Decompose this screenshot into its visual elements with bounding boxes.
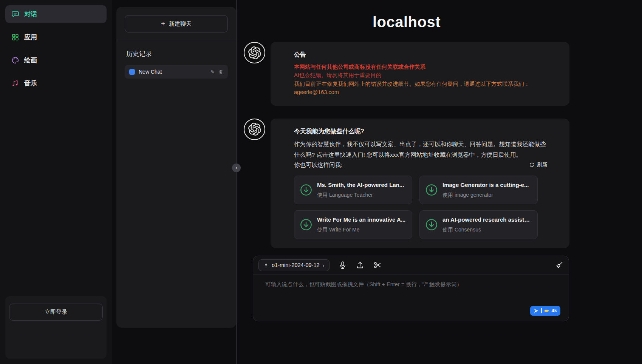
sidebar-item-music[interactable]: 音乐 xyxy=(5,74,107,92)
composer-toolbar: o1-mini-2024-09-12 › xyxy=(253,256,569,275)
announcement-bubble: 公告 本网站与任何其他公司或商标没有任何关联或合作关系 AI也会犯错。请勿将其用… xyxy=(271,42,569,106)
chat-bubble-icon xyxy=(11,10,19,18)
new-chat-label: 新建聊天 xyxy=(169,20,192,28)
message-input[interactable] xyxy=(253,275,569,321)
history-panel: + 新建聊天 历史记录 New Chat ✎ xyxy=(116,7,236,328)
model-name: o1-mini-2024-09-12 xyxy=(272,262,320,268)
badge-separator xyxy=(541,308,542,313)
palette-icon xyxy=(11,56,19,64)
suggestion-subtitle: 使用 Language Teacher xyxy=(317,191,404,199)
circle-arrow-down-icon xyxy=(300,218,312,231)
suggestion-title: Ms. Smith, the AI-powered Lan... xyxy=(317,180,404,189)
suggestion-subtitle: 使用 Consensus xyxy=(442,226,532,234)
welcome-heading: 今天我能为您做些什么呢? xyxy=(294,127,548,136)
contact-email-link[interactable]: ageerle@163.com xyxy=(294,88,339,96)
suggestion-card[interactable]: an AI-powered research assista... 使用 Con… xyxy=(419,210,538,239)
circle-arrow-down-icon xyxy=(425,218,438,231)
refresh-icon xyxy=(529,162,535,168)
microphone-icon xyxy=(339,261,347,269)
suggestion-text: Ms. Smith, the AI-powered Lan... 使用 Lang… xyxy=(317,180,404,199)
announcement-line: AI也会犯错。请勿将其用于重要目的 xyxy=(294,71,548,79)
scissors-icon xyxy=(373,261,382,269)
model-selector[interactable]: o1-mini-2024-09-12 › xyxy=(258,259,330,271)
history-item[interactable]: New Chat ✎ xyxy=(125,65,228,79)
composer-body: 4k xyxy=(253,275,569,321)
sidebar-item-chat[interactable]: 对话 xyxy=(5,5,107,23)
broom-icon xyxy=(555,261,563,269)
announcement-line: 我们目前正在修复我们网站上的错误并改进细节。如果您有任何疑问，请通过以下方式联系… xyxy=(294,80,548,88)
login-button[interactable]: 立即登录 xyxy=(9,304,103,321)
suggestion-text: Write For Me is an innovative A... 使用 Wr… xyxy=(317,215,405,234)
music-note-icon xyxy=(11,79,19,87)
circle-arrow-down-icon xyxy=(300,184,312,196)
sidebar-item-apps[interactable]: 应用 xyxy=(5,28,107,46)
chat-color-icon xyxy=(129,69,135,75)
edit-icon[interactable]: ✎ xyxy=(210,69,215,75)
refresh-button[interactable]: 刷新 xyxy=(529,162,548,168)
suggestion-card[interactable]: Image Generator is a cutting-e... 使用 ima… xyxy=(419,176,538,204)
chevron-right-icon: › xyxy=(323,262,325,268)
trash-icon[interactable] xyxy=(218,69,223,74)
paper-plane-icon xyxy=(534,308,539,313)
announcement-heading: 公告 xyxy=(294,50,548,60)
new-chat-button[interactable]: + 新建聊天 xyxy=(125,15,228,32)
login-panel: 立即登录 xyxy=(5,296,107,359)
suggestion-title: Write For Me is an innovative A... xyxy=(317,215,405,224)
hint-row: 你也可以这样问我: 刷新 xyxy=(294,160,548,170)
assistant-avatar xyxy=(244,42,265,63)
history-item-title: New Chat xyxy=(139,69,207,75)
scissors-button[interactable] xyxy=(373,261,382,269)
suggestion-subtitle: 使用 image generator xyxy=(442,191,529,199)
message-announcement: 公告 本网站与任何其他公司或商标没有任何关联或合作关系 AI也会犯错。请勿将其用… xyxy=(244,42,569,106)
refresh-label: 刷新 xyxy=(537,162,548,168)
chat-main: localhost 公告 本网站与任何其他公司或商标没有任何关联或合作关系 AI… xyxy=(237,0,642,364)
suggestion-text: an AI-powered research assista... 使用 Con… xyxy=(442,215,532,234)
history-item-actions: ✎ xyxy=(210,69,223,75)
app-root: 对话 应用 绘画 xyxy=(0,0,642,364)
composer: o1-mini-2024-09-12 › xyxy=(253,256,569,321)
sidebar-item-label: 对话 xyxy=(24,10,37,19)
sidebar-item-label: 音乐 xyxy=(24,79,37,88)
page-title: localhost xyxy=(244,14,569,31)
grid-icon xyxy=(11,33,19,41)
history-section-title: 历史记录 xyxy=(126,49,228,58)
suggestion-title: Image Generator is a cutting-e... xyxy=(442,180,529,189)
circle-arrow-down-icon xyxy=(425,184,438,196)
welcome-body: 作为你的智慧伙伴，我不仅可以写文案、出点子，还可以和你聊天、回答问题。想知道我还… xyxy=(294,139,548,159)
sidebar: 对话 应用 绘画 xyxy=(0,0,112,364)
announcement-line: 本网站与任何其他公司或商标没有任何关联或合作关系 xyxy=(294,63,548,71)
clear-context-button[interactable] xyxy=(555,261,563,269)
sidebar-item-drawing[interactable]: 绘画 xyxy=(5,51,107,69)
send-button[interactable]: 4k xyxy=(530,306,560,316)
chat-content: localhost 公告 本网站与任何其他公司或商标没有任何关联或合作关系 AI… xyxy=(244,0,569,321)
ask-hint: 你也可以这样问我: xyxy=(294,160,342,170)
microphone-button[interactable] xyxy=(339,261,347,269)
suggestion-subtitle: 使用 Write For Me xyxy=(317,226,405,234)
battery-icon xyxy=(544,308,549,313)
suggestion-card[interactable]: Ms. Smith, the AI-powered Lan... 使用 Lang… xyxy=(294,176,412,204)
suggestion-text: Image Generator is a cutting-e... 使用 ima… xyxy=(442,180,529,199)
upload-button[interactable] xyxy=(356,261,364,269)
history-divider xyxy=(116,41,236,41)
suggestion-title: an AI-powered research assista... xyxy=(442,215,532,224)
model-sparkle-icon xyxy=(263,262,269,268)
sidebar-item-label: 绘画 xyxy=(24,56,37,65)
welcome-bubble: 今天我能为您做些什么呢? 作为你的智慧伙伴，我不仅可以写文案、出点子，还可以和你… xyxy=(271,119,569,248)
openai-logo-icon xyxy=(248,46,261,59)
suggestion-grid: Ms. Smith, the AI-powered Lan... 使用 Lang… xyxy=(294,176,548,239)
assistant-avatar xyxy=(244,119,265,140)
token-count: 4k xyxy=(552,308,557,313)
plus-icon: + xyxy=(161,20,165,28)
message-welcome: 今天我能为您做些什么呢? 作为你的智慧伙伴，我不仅可以写文案、出点子，还可以和你… xyxy=(244,119,569,248)
sidebar-item-label: 应用 xyxy=(24,33,37,42)
openai-logo-icon xyxy=(248,123,261,136)
suggestion-card[interactable]: Write For Me is an innovative A... 使用 Wr… xyxy=(294,210,412,239)
upload-icon xyxy=(356,261,364,269)
